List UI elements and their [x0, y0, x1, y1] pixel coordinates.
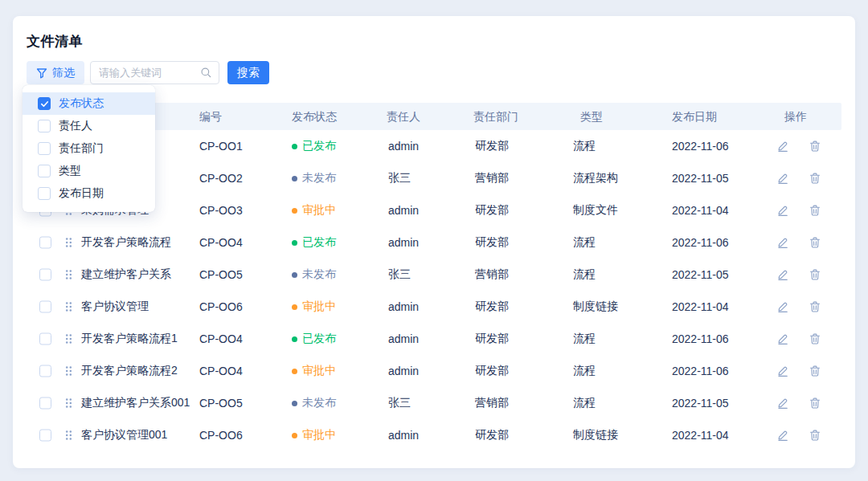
- status-badge: 未发布: [292, 171, 336, 185]
- department: 研发部: [475, 139, 509, 153]
- edit-button[interactable]: [776, 236, 789, 249]
- doc-type: 流程: [573, 364, 596, 378]
- delete-button[interactable]: [809, 140, 821, 153]
- filter-option-department[interactable]: 责任部门: [23, 137, 155, 160]
- delete-button[interactable]: [809, 429, 821, 442]
- doc-code: CP-OO5: [199, 397, 243, 410]
- drag-handle-icon[interactable]: [65, 301, 72, 312]
- toolbar: 筛选 搜索: [13, 61, 855, 84]
- doc-name: 建立维护客户关系001: [81, 396, 190, 410]
- doc-type: 制度链接: [573, 428, 618, 442]
- doc-code: CP-OO2: [199, 172, 243, 185]
- checkbox[interactable]: [38, 165, 51, 177]
- status-badge: 审批中: [292, 364, 336, 378]
- row-checkbox[interactable]: [39, 333, 51, 345]
- status-label: 已发布: [302, 332, 336, 346]
- delete-button[interactable]: [809, 300, 821, 313]
- status-label: 未发布: [302, 267, 336, 282]
- filter-option-publish-date[interactable]: 发布日期: [23, 182, 155, 205]
- status-dot: [292, 176, 297, 181]
- delete-button[interactable]: [809, 332, 821, 345]
- drag-handle-icon[interactable]: [65, 269, 72, 280]
- publish-date: 2022-11-04: [672, 300, 729, 313]
- col-header-type: 类型: [580, 103, 603, 130]
- edit-button[interactable]: [776, 300, 789, 313]
- delete-button[interactable]: [809, 268, 821, 281]
- publish-date: 2022-11-06: [672, 140, 729, 153]
- owner: 张三: [388, 267, 411, 282]
- doc-code: CP-OO3: [199, 204, 243, 217]
- filter-option-publish-status[interactable]: 发布状态: [23, 92, 155, 115]
- department: 研发部: [475, 235, 509, 250]
- checkbox[interactable]: [38, 97, 51, 110]
- status-dot: [292, 369, 297, 374]
- edit-button[interactable]: [776, 429, 789, 442]
- owner: 张三: [388, 396, 411, 410]
- table-row: 建立维护客户关系 CP-OO5 未发布 张三 营销部 流程 2022-11-05: [27, 259, 841, 291]
- search-input[interactable]: [91, 67, 200, 79]
- doc-name: 开发客户策略流程2: [81, 364, 178, 378]
- edit-button[interactable]: [776, 365, 789, 377]
- trash-icon: [809, 204, 821, 217]
- filter-option-owner[interactable]: 责任人: [23, 115, 155, 137]
- checkbox[interactable]: [38, 187, 51, 200]
- delete-button[interactable]: [809, 172, 821, 185]
- filter-option-type[interactable]: 类型: [23, 160, 155, 182]
- row-checkbox[interactable]: [39, 430, 51, 442]
- filter-dropdown: 发布状态 责任人 责任部门 类型 发布日期: [23, 85, 155, 212]
- delete-button[interactable]: [809, 397, 821, 410]
- trash-icon: [809, 236, 821, 249]
- table-row: 开发客户策略流程 CP-OO4 已发布 admin 研发部 流程 2022-11…: [27, 226, 841, 259]
- doc-code: CP-OO5: [199, 268, 243, 281]
- row-checkbox[interactable]: [39, 237, 51, 249]
- department: 营销部: [475, 396, 509, 410]
- edit-button[interactable]: [776, 140, 789, 153]
- edit-button[interactable]: [776, 397, 789, 410]
- status-badge: 未发布: [292, 396, 336, 410]
- drag-handle-icon[interactable]: [65, 430, 72, 441]
- filter-button[interactable]: 筛选: [27, 61, 84, 84]
- checkbox[interactable]: [38, 142, 51, 155]
- delete-button[interactable]: [809, 365, 821, 377]
- drag-handle-icon[interactable]: [65, 333, 72, 344]
- publish-date: 2022-11-05: [672, 172, 729, 185]
- pencil-icon: [776, 332, 789, 345]
- doc-code: CP-OO1: [199, 140, 243, 153]
- pencil-icon: [776, 397, 789, 410]
- trash-icon: [809, 332, 821, 345]
- delete-button[interactable]: [809, 236, 821, 249]
- pencil-icon: [776, 172, 789, 185]
- trash-icon: [809, 365, 821, 377]
- pencil-icon: [776, 365, 789, 377]
- department: 研发部: [475, 428, 509, 442]
- filter-option-label: 责任人: [59, 119, 92, 133]
- status-dot: [292, 401, 297, 406]
- row-checkbox[interactable]: [39, 397, 51, 410]
- col-header-code: 编号: [199, 103, 222, 130]
- row-checkbox[interactable]: [39, 301, 51, 313]
- department: 研发部: [475, 332, 509, 346]
- edit-button[interactable]: [776, 172, 789, 185]
- delete-button[interactable]: [809, 204, 821, 217]
- funnel-icon: [36, 67, 47, 79]
- drag-handle-icon[interactable]: [65, 237, 72, 248]
- status-label: 审批中: [302, 203, 336, 218]
- drag-handle-icon[interactable]: [65, 365, 72, 377]
- status-label: 未发布: [302, 396, 336, 410]
- row-checkbox[interactable]: [39, 269, 51, 281]
- doc-type: 流程架构: [573, 171, 618, 185]
- edit-button[interactable]: [776, 268, 789, 281]
- checkbox[interactable]: [38, 120, 51, 132]
- col-header-person: 责任人: [387, 103, 420, 130]
- row-checkbox[interactable]: [39, 365, 51, 377]
- edit-button[interactable]: [776, 332, 789, 345]
- doc-code: CP-OO4: [199, 365, 243, 377]
- col-header-status: 发布状态: [292, 103, 337, 130]
- owner: admin: [388, 204, 419, 217]
- table-row: 开发客户策略流程1 CP-OO4 已发布 admin 研发部 流程 2022-1…: [27, 323, 841, 355]
- edit-button[interactable]: [776, 204, 789, 217]
- status-dot: [292, 336, 297, 342]
- search-button[interactable]: 搜索: [227, 61, 269, 84]
- drag-handle-icon[interactable]: [65, 397, 72, 409]
- trash-icon: [809, 268, 821, 281]
